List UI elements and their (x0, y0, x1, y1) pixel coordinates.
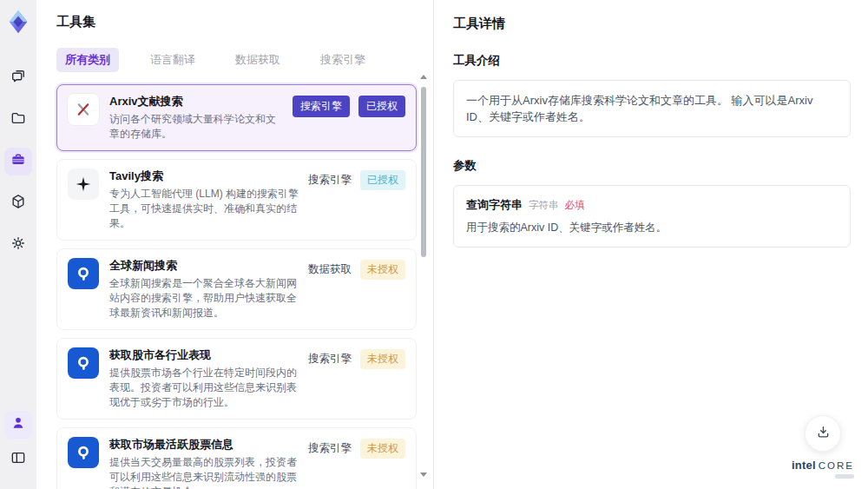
download-icon (815, 424, 832, 443)
param-required-flag: 必填 (565, 199, 585, 212)
page-title: 工具集 (56, 14, 433, 30)
scrollbar-thumb[interactable] (421, 87, 426, 257)
tool-detail-panel: 工具详情 工具介绍 一个用于从Arxiv存储库搜索科学论文和文章的工具。 输入可… (434, 0, 868, 489)
tool-desc: 提供当天交易量最高的股票列表，投资者可以利用这些信息来识别流动性强的股票和潜在的… (109, 455, 299, 489)
tool-card-most-active-stocks[interactable]: 获取市场最活跃股票信息 提供当天交易量最高的股票列表，投资者可以利用这些信息来识… (56, 427, 417, 489)
tool-list: Arxiv文献搜索 访问各个研究领域大量科学论文和文章的存储库。 搜索引擎 已授… (56, 84, 417, 489)
tool-card-arxiv[interactable]: Arxiv文献搜索 访问各个研究领域大量科学论文和文章的存储库。 搜索引擎 已授… (56, 84, 417, 151)
globe-search-icon (68, 437, 99, 468)
tool-card-tavily[interactable]: Tavily搜索 专为人工智能代理 (LLM) 构建的搜索引擎工具，可快速提供实… (56, 159, 417, 241)
param-name: 查询字符串 (466, 197, 523, 213)
collapse-sidebar[interactable] (4, 446, 32, 473)
param-type: 字符串 (529, 199, 559, 212)
tool-name: 获取市场最活跃股票信息 (109, 437, 299, 453)
brand-submark (835, 474, 854, 479)
tool-name: 全球新闻搜索 (109, 258, 299, 274)
chat-icon (10, 68, 27, 89)
tab-all-categories[interactable]: 所有类别 (56, 48, 119, 72)
folder-icon (10, 109, 27, 130)
auth-badge: 未授权 (360, 439, 405, 459)
user-account[interactable] (4, 411, 32, 439)
list-scrollbar[interactable] (419, 64, 428, 482)
download-button[interactable] (805, 415, 841, 452)
nav-tools[interactable] (4, 148, 32, 175)
left-rail (0, 0, 36, 489)
category-label: 搜索引擎 (308, 173, 352, 188)
app-window: 工具集 所有类别 语言翻译 数据获取 搜索引擎 Arxiv文献搜索 访问各个研究… (0, 0, 868, 489)
app-logo-icon (5, 9, 31, 35)
detail-title: 工具详情 (453, 16, 851, 32)
tool-name: 获取股市各行业表现 (109, 347, 299, 363)
sparkle-icon (68, 169, 99, 200)
tool-desc: 专为人工智能代理 (LLM) 构建的搜索引擎工具，可快速提供实时、准确和真实的结… (109, 187, 299, 231)
tool-name: Tavily搜索 (109, 169, 299, 184)
globe-search-icon (68, 258, 99, 289)
auth-badge: 已授权 (360, 170, 405, 190)
param-desc: 用于搜索的Arxiv ID、关键字或作者姓名。 (466, 220, 838, 235)
nav-models[interactable] (4, 189, 32, 217)
nav-chat[interactable] (4, 64, 32, 92)
category-tabs: 所有类别 语言翻译 数据获取 搜索引擎 (56, 48, 433, 72)
panel-toggle-icon (10, 449, 27, 470)
category-label: 搜索引擎 (308, 352, 352, 367)
tool-intro-text: 一个用于从Arxiv存储库搜索科学论文和文章的工具。 输入可以是Arxiv ID… (453, 80, 851, 137)
globe-search-icon (68, 347, 99, 379)
toolbox-icon (10, 151, 27, 172)
tab-data-fetch[interactable]: 数据获取 (227, 48, 289, 72)
brand-name: intel (792, 459, 816, 472)
tool-list-panel: 工具集 所有类别 语言翻译 数据获取 搜索引擎 Arxiv文献搜索 访问各个研究… (36, 0, 434, 489)
tool-card-global-news[interactable]: 全球新闻搜索 全球新闻搜索是一个聚合全球各大新闻网站内容的搜索引擎，帮助用户快速… (56, 248, 417, 330)
category-label: 数据获取 (308, 262, 352, 277)
intel-core-logo: intel CORE (792, 459, 854, 472)
params-heading: 参数 (453, 158, 851, 174)
tool-name: Arxiv文献搜索 (109, 94, 284, 109)
auth-badge: 未授权 (360, 349, 405, 369)
tool-desc: 全球新闻搜索是一个聚合全球各大新闻网站内容的搜索引擎，帮助用户快速获取全球最新资… (109, 276, 299, 320)
arxiv-icon (68, 94, 99, 125)
tab-translation[interactable]: 语言翻译 (141, 48, 204, 72)
tool-desc: 提供股票市场各个行业在特定时间段内的表现。投资者可以利用这些信息来识别表现优于或… (109, 366, 299, 410)
auth-badge: 未授权 (360, 260, 405, 280)
intro-heading: 工具介绍 (453, 53, 851, 69)
tab-search-engine[interactable]: 搜索引擎 (312, 48, 374, 72)
scroll-down-icon[interactable] (420, 472, 427, 477)
gear-icon (10, 235, 27, 255)
category-label: 搜索引擎 (308, 441, 352, 456)
tool-desc: 访问各个研究领域大量科学论文和文章的存储库。 (109, 112, 284, 142)
tool-card-sector-performance[interactable]: 获取股市各行业表现 提供股票市场各个行业在特定时间段内的表现。投资者可以利用这些… (56, 338, 417, 420)
scroll-up-icon[interactable] (420, 75, 427, 79)
nav-files[interactable] (4, 106, 32, 134)
category-badge: 搜索引擎 (293, 96, 350, 117)
nav-settings[interactable] (4, 231, 32, 259)
cube-icon (10, 193, 27, 214)
auth-badge: 已授权 (358, 96, 405, 117)
brand-suffix: CORE (819, 460, 854, 471)
parameter-card: 查询字符串 字符串 必填 用于搜索的Arxiv ID、关键字或作者姓名。 (453, 185, 851, 248)
user-icon (10, 414, 27, 435)
